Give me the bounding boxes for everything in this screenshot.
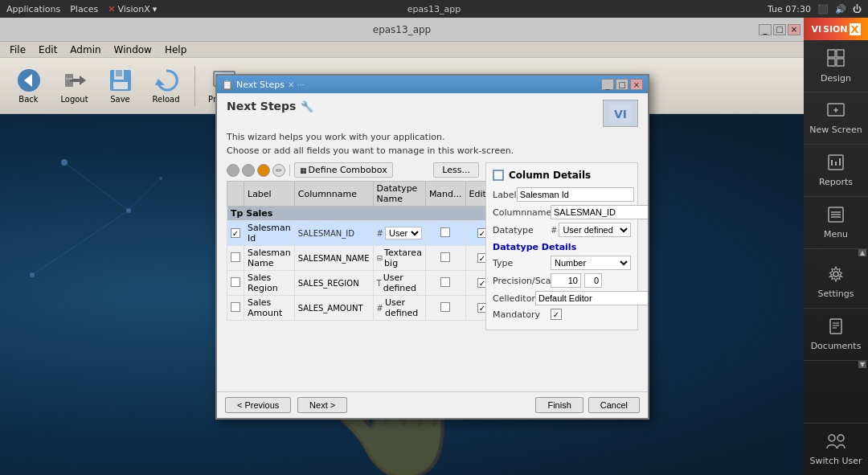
reload-icon: [154, 68, 179, 93]
col-label-input[interactable]: [517, 187, 634, 202]
sidebar-item-documents[interactable]: Documents: [804, 309, 868, 361]
applications-menu[interactable]: Applications: [6, 4, 60, 14]
col-details-header: Column Details: [493, 170, 631, 181]
save-button[interactable]: Save: [98, 64, 142, 107]
define-combobox-button[interactable]: ▦ Define Combobox: [294, 162, 393, 178]
table-row[interactable]: Salesman Name SALESMAN_NAME ⊟ Textarea b…: [227, 246, 499, 271]
row1-dtype-cell[interactable]: # User defined: [373, 221, 425, 246]
row2-checkbox-cell[interactable]: [227, 246, 244, 271]
sidebar-item-new-screen[interactable]: New Screen: [804, 92, 868, 145]
window-menu[interactable]: Window: [108, 43, 158, 57]
row3-dtype-cell: T User defined: [373, 271, 425, 296]
svg-rect-24: [113, 82, 128, 89]
row3-checkbox[interactable]: [231, 277, 240, 287]
dialog-minimize-button[interactable]: _: [601, 79, 614, 90]
sidebar-scroll-down[interactable]: ▼: [804, 361, 868, 368]
dialog-close-button[interactable]: ×: [630, 79, 643, 90]
col-label-header: Label: [244, 182, 295, 207]
dialog-logo-box: VI: [603, 100, 638, 127]
help-menu[interactable]: Help: [158, 43, 193, 57]
row4-checkbox[interactable]: [231, 302, 240, 312]
svg-rect-43: [837, 50, 844, 57]
col-detail-label-row: Label: [493, 187, 631, 202]
footer-left: < Previous Next >: [225, 397, 347, 413]
minimize-button[interactable]: _: [759, 24, 772, 35]
dialog-title-dots: ✕ ···: [288, 80, 305, 89]
row3-checkbox-cell[interactable]: [227, 271, 244, 296]
system-topbar: Applications Places ✕ VisionX ▾ epas13_a…: [0, 0, 868, 18]
circle-btn-2[interactable]: [242, 164, 255, 177]
row3-mand-cell[interactable]: [425, 271, 465, 296]
row1-mand-checkbox[interactable]: [440, 227, 450, 237]
dialog-maximize-button[interactable]: □: [616, 79, 628, 90]
dialog-mini-toolbar: ✏ ▦ Define Combobox: [227, 162, 393, 178]
back-button[interactable]: Back: [6, 64, 51, 107]
row2-dtype-icon: ⊟: [377, 254, 383, 262]
sidebar-item-reports[interactable]: Reports: [804, 145, 868, 197]
places-menu[interactable]: Places: [70, 4, 98, 14]
row4-mand-cell[interactable]: [425, 296, 465, 321]
prev-button[interactable]: < Previous: [225, 397, 291, 413]
sidebar-item-menu[interactable]: Menu: [804, 197, 868, 249]
maximize-button[interactable]: □: [773, 24, 786, 35]
dialog-title-icon: 📋: [222, 80, 233, 90]
col-detail-colname-row: Columnname: [493, 205, 631, 219]
table-group-row: Tp Sales: [227, 207, 499, 221]
row3-dtype-icon: T: [377, 279, 382, 288]
datatype-icon-detail: #: [551, 226, 557, 235]
row2-mand-cell[interactable]: [425, 246, 465, 271]
sidebar-item-switch-user[interactable]: Switch User: [804, 423, 868, 475]
sidebar-scroll-up[interactable]: ▲: [804, 249, 868, 256]
row2-colname: SALESMAN_NAME: [294, 246, 373, 271]
col-check-header: [227, 182, 244, 207]
col-celleditor-input[interactable]: [535, 291, 648, 305]
logout-button[interactable]: Logout: [52, 64, 96, 107]
right-sidebar: VI SION X Design New Screen Reports Menu…: [804, 18, 868, 475]
less-button[interactable]: Less...: [433, 162, 479, 178]
col-type-select[interactable]: Number: [551, 256, 631, 270]
reload-button[interactable]: Reload: [144, 64, 188, 107]
sidebar-item-design[interactable]: Design: [804, 40, 868, 92]
visionx-menu[interactable]: ✕ VisionX ▾: [108, 4, 157, 14]
row3-mand-checkbox[interactable]: [440, 277, 450, 287]
next-button[interactable]: Next >: [297, 397, 347, 413]
circle-btn-3[interactable]: [257, 164, 270, 177]
row4-checkbox-cell[interactable]: [227, 296, 244, 321]
row1-dtype-select[interactable]: User defined: [385, 227, 422, 240]
settings-label: Settings: [817, 289, 854, 299]
col-datatype-select[interactable]: User defined: [559, 223, 631, 237]
col-dtype-header: Datatype Name: [373, 182, 425, 207]
volume-icon: 🔊: [835, 4, 846, 14]
svg-rect-42: [828, 50, 835, 57]
scale-input[interactable]: [584, 273, 602, 288]
row1-checkbox-cell[interactable]: [227, 221, 244, 246]
admin-menu[interactable]: Admin: [63, 43, 107, 57]
power-icon: ⏻: [853, 4, 862, 14]
mandatory-checkbox[interactable]: [551, 309, 562, 320]
col-colname-input[interactable]: [551, 205, 648, 219]
close-button[interactable]: ×: [788, 24, 800, 35]
table-row[interactable]: Sales Region SALES_REGION T User defined: [227, 271, 499, 296]
sidebar-item-settings[interactable]: Settings: [804, 256, 868, 309]
edit-menu[interactable]: Edit: [32, 43, 63, 57]
svg-marker-19: [80, 76, 86, 85]
row2-checkbox[interactable]: [231, 252, 240, 262]
finish-button[interactable]: Finish: [535, 397, 583, 413]
dialog-title: Next Steps: [236, 80, 285, 90]
precision-input[interactable]: [551, 273, 581, 288]
design-label: Design: [821, 73, 851, 84]
cancel-button[interactable]: Cancel: [588, 397, 640, 413]
circle-btn-1[interactable]: [227, 164, 240, 177]
row2-mand-checkbox[interactable]: [440, 252, 450, 262]
row4-mand-checkbox[interactable]: [440, 302, 450, 312]
circle-btn-edit[interactable]: ✏: [272, 164, 285, 177]
row2-label: Salesman Name: [244, 246, 295, 271]
row1-checkbox[interactable]: [231, 228, 240, 238]
table-row[interactable]: Salesman Id SALESMAN_ID # User defined: [227, 221, 499, 246]
documents-icon: [827, 317, 845, 338]
row1-mand-cell[interactable]: [425, 221, 465, 246]
table-row[interactable]: Sales Amount SALES_AMOUNT # User defined: [227, 296, 499, 321]
file-menu[interactable]: File: [3, 43, 32, 57]
documents-label: Documents: [811, 341, 862, 351]
svg-point-57: [833, 272, 838, 276]
